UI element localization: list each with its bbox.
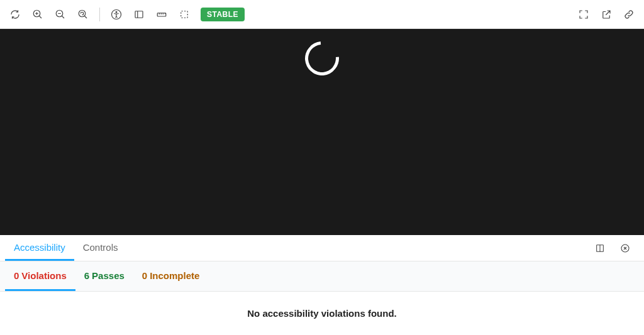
link-icon (623, 9, 635, 20)
zoom-in-icon (32, 9, 43, 20)
zoom-reset-button[interactable] (73, 4, 93, 25)
passes-count: 6 (84, 270, 89, 281)
no-violations-message: No accessibility violations found. (0, 292, 644, 335)
open-new-tab-button[interactable] (596, 4, 616, 25)
close-circle-icon (620, 243, 630, 253)
subtab-violations[interactable]: 0 Violations (5, 261, 75, 291)
subtab-passes[interactable]: 6 Passes (75, 261, 133, 291)
copy-link-button[interactable] (619, 4, 639, 25)
zoom-reset-icon (77, 9, 89, 20)
viewport-icon (133, 9, 145, 20)
passes-label: Passes (92, 270, 125, 281)
toolbar-right (574, 4, 639, 25)
accessibility-button[interactable] (106, 4, 126, 25)
zoom-out-icon (55, 9, 66, 20)
svg-point-2 (79, 10, 86, 17)
toolbar: STABLE (0, 0, 644, 29)
svg-rect-5 (135, 11, 143, 18)
outline-icon (179, 9, 190, 20)
zoom-out-button[interactable] (50, 4, 70, 25)
toolbar-divider (99, 8, 100, 21)
fullscreen-button[interactable] (574, 4, 594, 25)
outline-button[interactable] (174, 4, 194, 25)
violations-label: Violations (21, 270, 66, 281)
panel-layout-icon (595, 243, 605, 253)
ruler-button[interactable] (152, 4, 172, 25)
tab-accessibility[interactable]: Accessibility (5, 235, 74, 261)
ruler-icon (156, 9, 167, 20)
viewport-button[interactable] (129, 4, 149, 25)
close-panel-button[interactable] (615, 238, 635, 258)
panel-tabs-left: Accessibility Controls (5, 235, 127, 261)
subtab-incomplete[interactable]: 0 Incomplete (133, 261, 209, 291)
svg-rect-7 (181, 11, 188, 18)
incomplete-count: 0 (142, 270, 147, 281)
sync-icon (9, 9, 21, 20)
fullscreen-icon (578, 9, 589, 20)
external-link-icon (601, 9, 612, 20)
tab-controls[interactable]: Controls (74, 235, 127, 261)
panel-tabs: Accessibility Controls (0, 235, 644, 261)
loading-spinner-icon (298, 35, 346, 82)
panel-layout-button[interactable] (590, 238, 610, 258)
panel-tabs-right (590, 235, 639, 261)
incomplete-label: Incomplete (150, 270, 199, 281)
toolbar-left: STABLE (5, 4, 245, 25)
accessibility-icon (111, 9, 122, 20)
svg-point-4 (116, 11, 117, 13)
stable-badge: STABLE (201, 8, 245, 21)
zoom-in-button[interactable] (28, 4, 48, 25)
sync-button[interactable] (5, 4, 25, 25)
preview-canvas (0, 29, 644, 235)
violations-count: 0 (14, 270, 19, 281)
accessibility-sub-tabs: 0 Violations 6 Passes 0 Incomplete (0, 261, 644, 292)
